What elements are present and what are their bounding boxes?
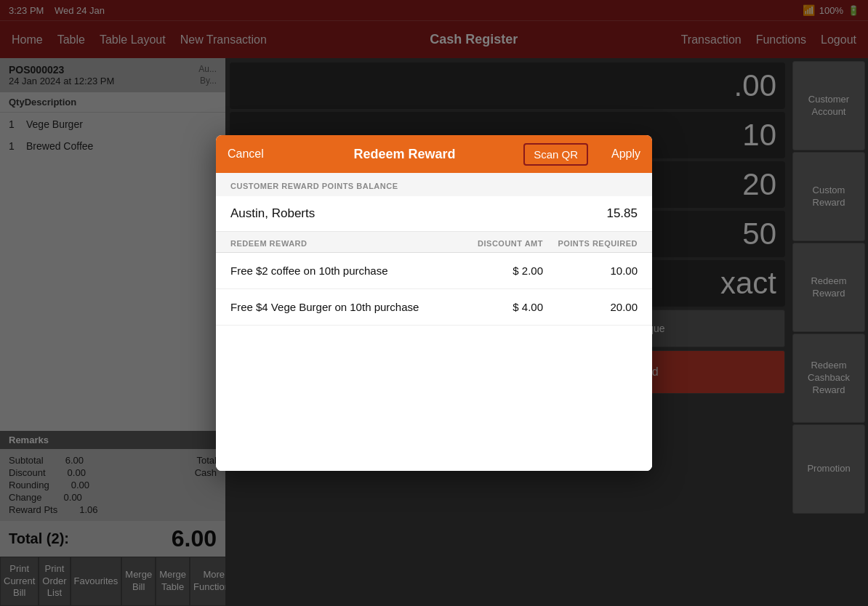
redeem-col-name: REDEEM REWARD <box>230 239 463 248</box>
customer-balance: 15.85 <box>606 206 638 221</box>
modal-header: Cancel Redeem Reward Scan QR Apply <box>216 135 652 173</box>
redeem-item-points: 10.00 <box>543 264 638 277</box>
modal-cancel-button[interactable]: Cancel <box>228 148 286 161</box>
modal-spacer <box>216 326 652 471</box>
customer-name: Austin, Roberts <box>230 206 315 221</box>
redeem-item-points: 20.00 <box>543 301 638 313</box>
redeem-item[interactable]: Free $2 coffee on 10th purchase $ 2.00 1… <box>216 253 652 289</box>
modal-overlay[interactable]: Cancel Redeem Reward Scan QR Apply CUSTO… <box>0 0 868 606</box>
redeem-reward-modal: Cancel Redeem Reward Scan QR Apply CUSTO… <box>216 135 652 471</box>
redeem-item-name: Free $2 coffee on 10th purchase <box>230 264 463 277</box>
redeem-item-name: Free $4 Vege Burger on 10th purchase <box>230 301 463 313</box>
customer-row: Austin, Roberts 15.85 <box>216 196 652 232</box>
redeem-item-discount: $ 2.00 <box>463 264 543 277</box>
modal-title: Redeem Reward <box>286 147 523 162</box>
redeem-col-points: POINTS REQUIRED <box>543 239 638 248</box>
modal-apply-button[interactable]: Apply <box>597 148 640 161</box>
modal-scan-qr-button[interactable]: Scan QR <box>523 143 588 166</box>
modal-body: CUSTOMER REWARD POINTS BALANCE Austin, R… <box>216 173 652 471</box>
modal-section-label: CUSTOMER REWARD POINTS BALANCE <box>216 173 652 196</box>
redeem-section: REDEEM REWARD DISCOUNT AMT POINTS REQUIR… <box>216 232 652 471</box>
redeem-header: REDEEM REWARD DISCOUNT AMT POINTS REQUIR… <box>216 232 652 253</box>
redeem-item-discount: $ 4.00 <box>463 301 543 313</box>
redeem-col-discount: DISCOUNT AMT <box>463 239 543 248</box>
redeem-item[interactable]: Free $4 Vege Burger on 10th purchase $ 4… <box>216 289 652 326</box>
